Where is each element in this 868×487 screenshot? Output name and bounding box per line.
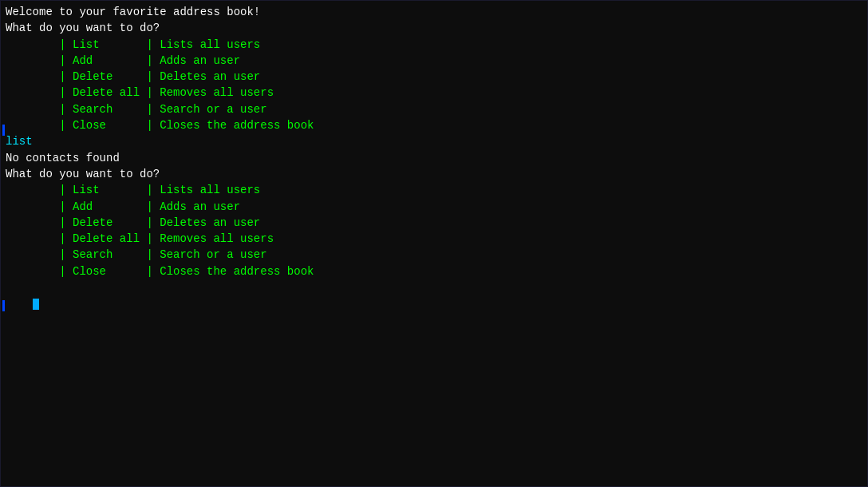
menu2-item-search: | Search | Search or a user (6, 247, 862, 263)
menu2-item-deleteall: | Delete all | Removes all users (6, 231, 862, 247)
side-indicator-bottom (2, 300, 5, 311)
user-input-list: list (6, 133, 862, 149)
cursor-line[interactable] (6, 279, 862, 328)
terminal-cursor (33, 299, 39, 310)
menu2-item-list: | List | Lists all users (6, 182, 862, 198)
second-prompt: What do you want to do? (6, 166, 862, 182)
menu-item-search-1: | Search | Search or a user (6, 101, 862, 117)
terminal-window[interactable]: Welcome to your favorite address book! W… (0, 0, 868, 487)
menu-item-deleteall-1: | Delete all | Removes all users (6, 85, 862, 101)
side-indicator-top (2, 125, 5, 136)
menu-item-delete-1: | Delete | Deletes an user (6, 69, 862, 85)
welcome-line-1: Welcome to your favorite address book! (6, 4, 862, 20)
no-contacts-line: No contacts found (6, 150, 862, 166)
menu2-item-add: | Add | Adds an user (6, 199, 862, 215)
menu-item-add-1: | Add | Adds an user (6, 53, 862, 69)
welcome-line-2: What do you want to do? (6, 20, 862, 36)
menu-item-close-1: | Close | Closes the address book (6, 117, 862, 133)
menu-item-list-1: | List | Lists all users (6, 37, 862, 53)
menu2-item-close: | Close | Closes the address book (6, 263, 862, 279)
menu2-item-delete: | Delete | Deletes an user (6, 215, 862, 231)
